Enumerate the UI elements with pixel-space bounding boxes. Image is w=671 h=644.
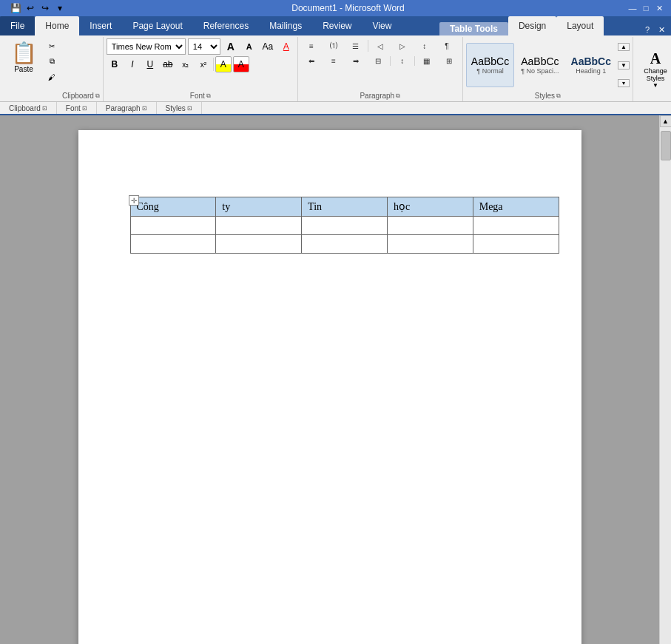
table-move-handle[interactable]: ✛ <box>129 195 139 206</box>
font-row1: Times New Rom 14 A A Aa A <box>107 38 294 55</box>
underline-button[interactable]: U <box>142 56 158 72</box>
tab-view[interactable]: View <box>363 16 402 35</box>
font-shrink-button[interactable]: A <box>241 38 257 55</box>
tab-review[interactable]: Review <box>312 16 362 35</box>
para-expand-icon[interactable]: ⧉ <box>396 92 400 100</box>
borders-button[interactable]: ⊞ <box>439 55 459 67</box>
tab-references[interactable]: References <box>193 16 259 35</box>
table-cell-r2c3[interactable] <box>302 217 388 235</box>
font-expand-icon[interactable]: ⧉ <box>206 92 211 100</box>
tab-mailings[interactable]: Mailings <box>259 16 312 35</box>
format-painter-button[interactable]: 🖌 <box>43 70 61 84</box>
style-heading1-button[interactable]: AaBbCc Heading 1 <box>566 43 616 87</box>
scroll-up-btn[interactable]: ▲ <box>660 115 672 127</box>
strikethrough-button[interactable]: ab <box>160 56 176 72</box>
font-family-select[interactable]: Times New Rom <box>107 38 186 55</box>
change-styles-button[interactable]: A ChangeStyles ▼ <box>636 44 671 95</box>
clear-format-button[interactable]: A <box>278 38 294 55</box>
cut-button[interactable]: ✂ <box>43 38 61 53</box>
redo-quick-btn[interactable]: ↪ <box>38 1 52 15</box>
table-cell-cong[interactable]: Công <box>130 197 216 217</box>
multilevel-button[interactable]: ☰ <box>345 40 366 52</box>
shading-button[interactable]: ▦ <box>417 55 437 67</box>
table-cell-r2c5[interactable] <box>473 217 559 235</box>
styles-scroll-down[interactable]: ▼ <box>618 61 630 70</box>
copy-button[interactable]: ⧉ <box>43 54 61 69</box>
undo-quick-btn[interactable]: ↩ <box>24 1 37 15</box>
tab-design[interactable]: Design <box>508 16 556 35</box>
styles-items: AaBbCc ¶ Normal AaBbCc ¶ No Spaci... AaB… <box>466 38 630 92</box>
maximize-button[interactable]: □ <box>640 2 652 14</box>
align-center-button[interactable]: ≡ <box>323 55 344 67</box>
ribbon: 📋 Paste ✂ ⧉ 🖌 Clipboard ⧉ Times New Rom <box>0 35 671 102</box>
table-cell-r2c1[interactable] <box>130 217 216 235</box>
line-spacing-button[interactable]: ↕ <box>392 55 413 67</box>
align-right-button[interactable]: ➡ <box>345 55 366 67</box>
increase-indent-button[interactable]: ▷ <box>392 40 413 52</box>
table-cell-tin[interactable]: Tin <box>302 197 388 217</box>
customize-quick-btn[interactable]: ▾ <box>53 1 67 15</box>
rsb-font[interactable]: Font ⊡ <box>57 102 97 114</box>
font-grow-button[interactable]: A <box>223 38 239 55</box>
tab-page-layout[interactable]: Page Layout <box>122 16 192 35</box>
justify-button[interactable]: ⊟ <box>368 55 388 67</box>
para-sep2 <box>390 56 391 66</box>
paste-button[interactable]: 📋 Paste <box>6 38 41 75</box>
bold-button[interactable]: B <box>107 56 123 72</box>
table-cell-r3c5[interactable] <box>473 235 559 254</box>
paragraph-label: Paragraph <box>360 92 394 100</box>
table-cell-hoc[interactable]: học <box>387 197 473 217</box>
change-styles-icon: A <box>650 50 661 67</box>
align-left-button[interactable]: ⬅ <box>301 55 322 67</box>
decrease-indent-button[interactable]: ◁ <box>370 40 391 52</box>
separator1 <box>213 58 214 71</box>
font-group: Times New Rom 14 A A Aa A B I U ab x₂ x²… <box>104 37 298 101</box>
clipboard-label: Clipboard <box>62 92 94 100</box>
tab-file[interactable]: File <box>0 16 35 35</box>
tab-bar: File Home Insert Page Layout References … <box>0 16 671 35</box>
doc-scroll[interactable]: ✛ Công ty Tin học Mega <box>0 115 659 644</box>
clipboard-expand-icon[interactable]: ⧉ <box>95 92 100 100</box>
table-cell-r3c2[interactable] <box>216 235 302 254</box>
italic-button[interactable]: I <box>124 56 141 72</box>
window-controls: — □ ✕ <box>627 2 665 14</box>
rsb-styles[interactable]: Styles ⊡ <box>157 102 202 114</box>
ribbon-help-btn[interactable]: ? <box>641 24 653 35</box>
rsb-paragraph[interactable]: Paragraph ⊡ <box>97 102 157 114</box>
scrollbar-track[interactable] <box>660 127 672 644</box>
ribbon-close-btn[interactable]: ✕ <box>656 24 668 35</box>
table-cell-r3c3[interactable] <box>302 235 388 254</box>
tab-insert[interactable]: Insert <box>79 16 122 35</box>
text-highlight-button[interactable]: A <box>215 56 232 72</box>
bullets-button[interactable]: ≡ <box>301 40 322 52</box>
styles-scroll-up[interactable]: ▲ <box>618 43 630 51</box>
show-hide-button[interactable]: ¶ <box>436 40 457 52</box>
styles-more-button[interactable]: ▾ <box>618 79 630 87</box>
subscript-button[interactable]: x₂ <box>178 56 194 72</box>
close-button[interactable]: ✕ <box>653 2 665 14</box>
style-normal-preview: AaBbCc <box>471 55 509 68</box>
styles-expand-icon[interactable]: ⧉ <box>556 92 561 100</box>
style-normal-button[interactable]: AaBbCc ¶ Normal <box>466 43 514 87</box>
rsb-para-arrow: ⊡ <box>142 105 147 112</box>
minimize-button[interactable]: — <box>627 2 638 14</box>
change-case-button[interactable]: Aa <box>260 38 276 55</box>
sort-button[interactable]: ↕ <box>414 40 435 52</box>
numbering-button[interactable]: ⑴ <box>323 38 344 53</box>
rsb-clipboard[interactable]: Clipboard ⊡ <box>0 102 57 114</box>
tab-layout[interactable]: Layout <box>556 16 604 35</box>
table-cell-r3c1[interactable] <box>130 235 216 254</box>
font-size-select[interactable]: 14 <box>188 38 220 55</box>
superscript-button[interactable]: x² <box>195 56 212 72</box>
tab-home[interactable]: Home <box>35 16 79 35</box>
table-cell-mega[interactable]: Mega <box>473 197 559 217</box>
scrollbar-thumb[interactable] <box>661 131 671 160</box>
save-quick-btn[interactable]: 💾 <box>9 1 22 15</box>
table-cell-r2c2[interactable] <box>216 217 302 235</box>
font-color-button[interactable]: A <box>233 56 249 72</box>
style-no-spacing-button[interactable]: AaBbCc ¶ No Spaci... <box>516 43 564 87</box>
table-cell-r2c4[interactable] <box>387 217 473 235</box>
table-cell-ty[interactable]: ty <box>216 197 302 217</box>
table-cell-r3c4[interactable] <box>387 235 473 254</box>
document-table[interactable]: Công ty Tin học Mega <box>130 197 559 254</box>
